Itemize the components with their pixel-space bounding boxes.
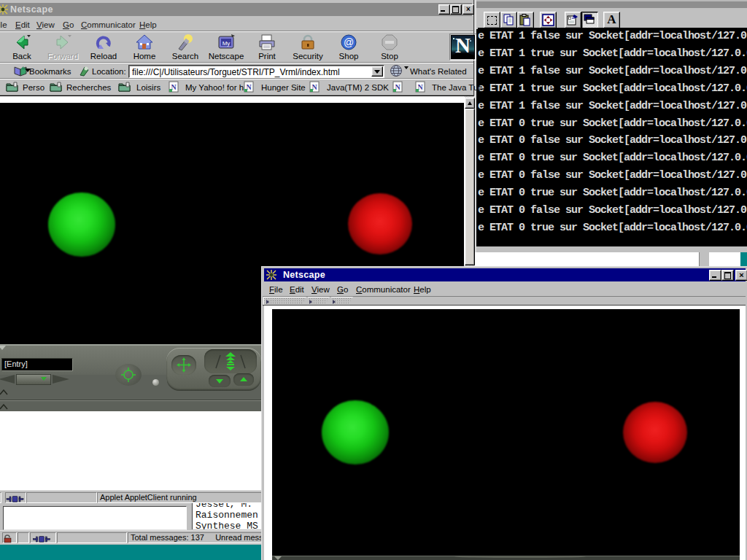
svg-text:@: @ bbox=[344, 36, 354, 48]
svg-text:My: My bbox=[222, 40, 231, 47]
